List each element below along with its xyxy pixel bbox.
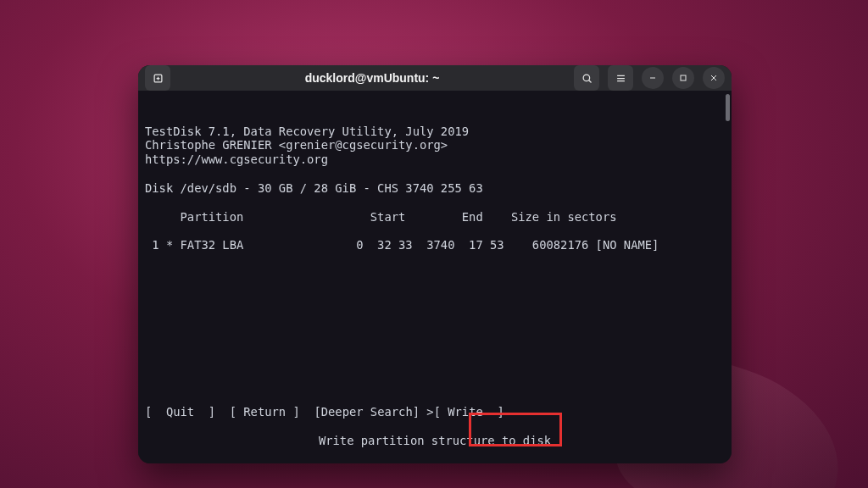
testdisk-header-line3: https://www.cgsecurity.org — [145, 152, 328, 166]
maximize-icon — [678, 73, 688, 83]
menu-deeper-search[interactable]: [Deeper Search] — [314, 405, 420, 419]
hamburger-menu-button[interactable] — [608, 65, 633, 91]
close-icon — [709, 73, 719, 83]
partition-table-header: Partition Start End Size in sectors — [145, 210, 617, 224]
testdisk-header-line1: TestDisk 7.1, Data Recovery Utility, Jul… — [145, 125, 469, 138]
terminal-window: ducklord@vmUbuntu: ~ TestDisk 7.1, Data … — [138, 65, 732, 463]
new-tab-icon — [152, 72, 164, 85]
disk-info-line: Disk /dev/sdb - 30 GB / 28 GiB - CHS 374… — [145, 181, 483, 195]
menu-row: [ Quit ] [ Return ] [Deeper Search] >[ W… — [145, 405, 725, 419]
minimize-icon — [648, 73, 658, 83]
menu-quit[interactable]: [ Quit ] — [145, 405, 215, 419]
titlebar: ducklord@vmUbuntu: ~ — [138, 65, 732, 91]
maximize-button[interactable] — [672, 67, 694, 89]
menu-write[interactable]: >[ Write ] — [426, 405, 504, 419]
hamburger-icon — [615, 72, 627, 85]
testdisk-header-line2: Christophe GRENIER <grenier@cgsecurity.o… — [145, 138, 448, 152]
partition-row-1[interactable]: 1 * FAT32 LBA 0 32 33 3740 17 53 6008217… — [145, 238, 659, 252]
status-line: Write partition structure to disk — [145, 434, 725, 448]
scrollbar-thumb[interactable] — [726, 94, 730, 121]
window-title: ducklord@vmUbuntu: ~ — [175, 71, 569, 85]
svg-line-4 — [588, 80, 591, 82]
search-button[interactable] — [574, 65, 599, 91]
minimize-button[interactable] — [642, 67, 664, 89]
terminal-body[interactable]: TestDisk 7.1, Data Recovery Utility, Jul… — [138, 91, 732, 463]
svg-point-3 — [583, 75, 590, 81]
svg-rect-9 — [681, 75, 686, 80]
close-button[interactable] — [703, 67, 725, 89]
new-tab-button[interactable] — [145, 65, 170, 91]
menu-return[interactable]: [ Return ] — [230, 405, 300, 419]
search-icon — [581, 72, 593, 85]
